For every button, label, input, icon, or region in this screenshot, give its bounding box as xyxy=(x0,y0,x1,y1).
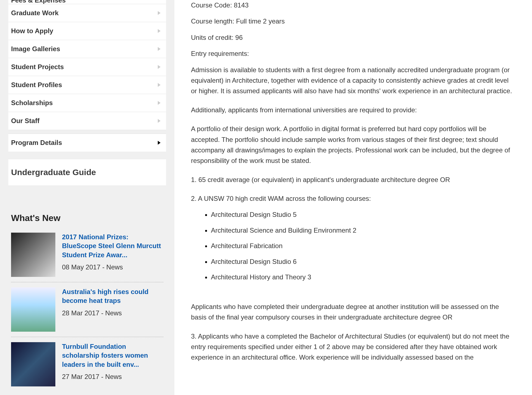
main-content: Course Code: 8143 Course length: Full ti… xyxy=(174,0,532,395)
news-item: Turnbull Foundation scholarship fosters … xyxy=(11,339,163,391)
chevron-right-icon xyxy=(158,11,161,15)
guide-title[interactable]: Undergraduate Guide xyxy=(8,159,166,185)
nav-label: Student Projects xyxy=(11,63,64,71)
nav-item[interactable]: Student Profiles xyxy=(8,76,166,94)
news-title-link[interactable]: 2017 National Prizes: BlueScope Steel Gl… xyxy=(62,233,163,259)
nav-item-active[interactable]: Program Details xyxy=(8,134,166,152)
paragraph: 1. 65 credit average (or equivalent) in … xyxy=(191,175,515,185)
course-code: Course Code: 8143 xyxy=(191,0,515,11)
nav-item[interactable]: Graduate Work xyxy=(8,4,166,22)
chevron-right-icon xyxy=(158,101,161,105)
news-item: 2017 National Prizes: BlueScope Steel Gl… xyxy=(11,230,163,282)
course-length: Course length: Full time 2 years xyxy=(191,16,515,27)
nav-label: Our Staff xyxy=(11,117,40,125)
units-of-credit: Units of credit: 96 xyxy=(191,32,515,43)
chevron-right-icon xyxy=(158,119,161,123)
list-item: Architectural Science and Building Envir… xyxy=(211,225,515,236)
list-item: Architectural Design Studio 5 xyxy=(211,209,515,220)
chevron-right-icon xyxy=(158,47,161,51)
nav-label: Fees & Expenses xyxy=(11,0,66,4)
chevron-right-icon xyxy=(158,141,161,145)
paragraph: A portfolio of their design work. A port… xyxy=(191,124,515,166)
whats-new: What's New 2017 National Prizes: BlueSco… xyxy=(8,213,166,391)
paragraph: 3. Applicants who have a completed the B… xyxy=(191,331,515,363)
chevron-right-icon xyxy=(158,83,161,87)
nav-label: Graduate Work xyxy=(11,9,59,17)
sidebar: Fees & Expenses Graduate Work How to App… xyxy=(0,0,174,395)
nav-item[interactable]: Fees & Expenses xyxy=(8,0,166,4)
news-title-link[interactable]: Australia's high rises could become heat… xyxy=(62,287,163,305)
paragraph: Additionally, applicants from internatio… xyxy=(191,105,515,115)
nav-label: How to Apply xyxy=(11,27,53,35)
news-title-link[interactable]: Turnbull Foundation scholarship fosters … xyxy=(62,342,163,369)
news-meta: 27 Mar 2017 - News xyxy=(62,373,163,381)
nav-item[interactable]: Image Galleries xyxy=(8,40,166,58)
paragraph: Admission is available to students with … xyxy=(191,65,515,97)
nav-label: Scholarships xyxy=(11,99,53,107)
nav-item[interactable]: Scholarships xyxy=(8,94,166,112)
paragraph: 2. A UNSW 70 high credit WAM across the … xyxy=(191,193,515,204)
sidebar-nav: Fees & Expenses Graduate Work How to App… xyxy=(8,0,166,152)
chevron-right-icon xyxy=(158,29,161,33)
list-item: Architectural Design Studio 6 xyxy=(211,256,515,267)
list-item: Architectural Fabrication xyxy=(211,241,515,251)
news-thumbnail[interactable] xyxy=(11,342,55,386)
paragraph: Applicants who have completed their unde… xyxy=(191,302,515,323)
chevron-right-icon xyxy=(158,65,161,69)
nav-label: Student Profiles xyxy=(11,81,62,89)
entry-req-label: Entry requirements: xyxy=(191,48,515,59)
nav-item[interactable]: Student Projects xyxy=(8,58,166,76)
news-meta: 08 May 2017 - News xyxy=(62,263,163,271)
nav-item[interactable]: How to Apply xyxy=(8,22,166,40)
news-thumbnail[interactable] xyxy=(11,233,55,277)
whats-new-heading: What's New xyxy=(11,213,163,223)
news-meta: 28 Mar 2017 - News xyxy=(62,309,163,317)
list-item: Architectural History and Theory 3 xyxy=(211,272,515,282)
nav-label: Program Details xyxy=(11,139,62,147)
news-item: Australia's high rises could become heat… xyxy=(11,285,163,337)
nav-label: Image Galleries xyxy=(11,45,60,53)
course-list: Architectural Design Studio 5 Architectu… xyxy=(211,209,515,282)
news-thumbnail[interactable] xyxy=(11,287,55,332)
nav-item[interactable]: Our Staff xyxy=(8,112,166,130)
